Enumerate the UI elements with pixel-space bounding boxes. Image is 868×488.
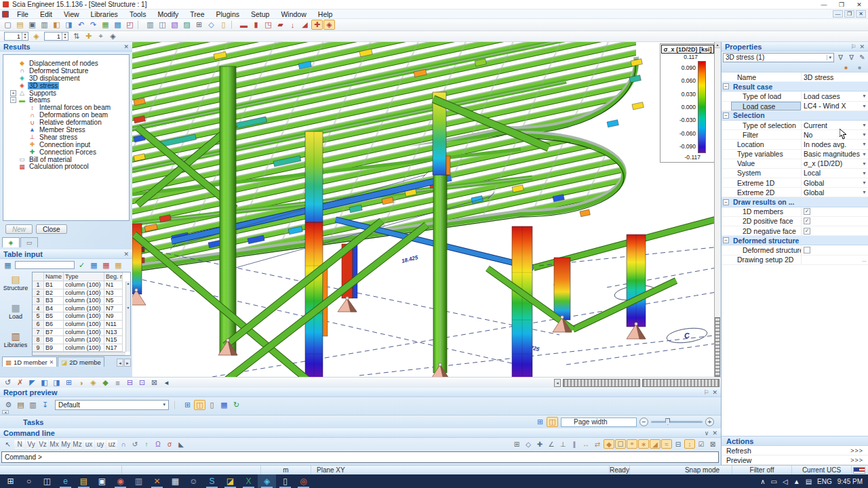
- report-preset-select[interactable]: Default▾: [55, 400, 169, 410]
- snap-parallel-icon[interactable]: ∥: [569, 439, 580, 449]
- tree-item-relative-deformation[interactable]: ∪ Relative deformation: [3, 119, 129, 126]
- result-Mx-icon[interactable]: Mx: [49, 439, 60, 449]
- page-width-icon[interactable]: ◫: [547, 417, 558, 427]
- display-filter-icon[interactable]: ◈: [323, 20, 335, 30]
- clock[interactable]: 9:45 PM: [837, 478, 863, 485]
- more-arrow[interactable]: >>>: [850, 447, 863, 454]
- notifications-icon[interactable]: ▤: [806, 478, 812, 485]
- collapse-panel-icon[interactable]: ∨: [705, 430, 709, 436]
- store-app[interactable]: ▣: [93, 474, 111, 488]
- volume-muted-icon[interactable]: ◁: [783, 478, 788, 485]
- mdi-minimize-button[interactable]: —: [833, 10, 843, 18]
- viewport-3d[interactable]: 18.425 9.470 5.725 1 C: [132, 42, 720, 377]
- view-3d-icon[interactable]: ◇: [205, 20, 217, 30]
- support-tool-icon[interactable]: ◣: [176, 439, 186, 449]
- table-row[interactable]: 6 B6 column (100) N11: [33, 321, 130, 329]
- result-Vz-icon[interactable]: Vz: [37, 439, 48, 449]
- snap-vertical-icon[interactable]: ↕: [684, 439, 695, 449]
- dropdown-arrow-icon[interactable]: ▾: [860, 93, 868, 99]
- column-member-icon[interactable]: ▮: [250, 20, 262, 30]
- edge-app[interactable]: e: [56, 474, 75, 488]
- table-row[interactable]: 5 B5 column (100) N9: [33, 312, 130, 321]
- prop-drawing-setup-2d-row[interactable]: Drawing setup 2D ...: [722, 256, 868, 265]
- calculator-app[interactable]: ▦: [166, 474, 184, 488]
- snap-perpendicular-icon[interactable]: ⊥: [557, 439, 568, 449]
- surface-display-icon[interactable]: ◈: [87, 378, 99, 388]
- language-indicator[interactable]: ENG: [817, 478, 832, 485]
- results-chart-icon[interactable]: ●: [854, 63, 865, 73]
- menu-item[interactable]: Window: [275, 10, 311, 18]
- close-command-icon[interactable]: ✕: [712, 430, 717, 436]
- viewport-horizontal-scrollbar[interactable]: ◂: [554, 379, 719, 387]
- new-table-icon[interactable]: ▦: [88, 260, 100, 270]
- prop-2d-positive-face-row[interactable]: 2D positive face: [722, 217, 868, 226]
- libraries-rail-tab[interactable]: ▥ Libraries: [0, 329, 31, 358]
- menu-item[interactable]: Edit: [35, 10, 58, 18]
- load-icon[interactable]: ↓: [287, 20, 298, 30]
- ucs-icon[interactable]: ⌖: [95, 31, 106, 41]
- separator[interactable]: [231, 20, 236, 29]
- task-view-button[interactable]: ◫: [38, 474, 56, 488]
- beam-member-icon[interactable]: ▬: [238, 20, 250, 30]
- open-project-icon[interactable]: ▤: [14, 20, 26, 30]
- viewport-vertical-scrollbar[interactable]: ▲: [714, 42, 720, 377]
- tab-1d-member[interactable]: ▦1D member✕: [2, 357, 57, 367]
- maximize-button[interactable]: ❐: [833, 1, 850, 8]
- table-manager-icon[interactable]: ▦: [2, 260, 14, 270]
- snap-toggle-icon[interactable]: ☑: [696, 439, 707, 449]
- pin-panel-icon[interactable]: ⚐: [703, 389, 709, 396]
- paste-icon[interactable]: ◨: [63, 20, 75, 30]
- refresh-action[interactable]: Refresh >>>: [722, 446, 868, 455]
- close-report-icon[interactable]: ✕: [712, 389, 717, 396]
- tree-item-shear-stress[interactable]: ⊥ Shear stress: [3, 134, 129, 141]
- section-toggle-icon[interactable]: −: [723, 237, 729, 243]
- excel-app[interactable]: X: [239, 474, 258, 488]
- prop-1d-members-row[interactable]: 1D members: [722, 207, 868, 217]
- snap-midpoint-icon[interactable]: ◆: [604, 439, 614, 449]
- snap-point-icon[interactable]: ◇: [523, 439, 534, 449]
- tree-item-bill-of-material[interactable]: ▭ Bill of material: [3, 156, 129, 163]
- print-settings-icon[interactable]: ▤: [15, 400, 26, 410]
- omega-icon[interactable]: Ω: [153, 439, 163, 449]
- deformation-icon[interactable]: ∩: [118, 439, 129, 449]
- scroll-left-icon[interactable]: ◂: [554, 379, 561, 387]
- menu-item[interactable]: Modify: [152, 10, 184, 18]
- prop-load-case-row[interactable]: Load case LC4 - Wind X ▾: [722, 102, 868, 111]
- menu-item[interactable]: Help: [313, 10, 338, 18]
- project-data-icon[interactable]: ▦: [100, 20, 111, 30]
- settings-app[interactable]: ☺: [184, 474, 203, 488]
- tab-scroll-left-icon[interactable]: ◂: [117, 359, 123, 367]
- report-scroll-left-icon[interactable]: ◂: [2, 410, 9, 414]
- printer-icon[interactable]: ▥: [27, 400, 39, 410]
- collapse-toolbar-icon[interactable]: ◂: [161, 378, 172, 388]
- tree-item-deformed-structure[interactable]: ∩ Deformed Structure: [3, 67, 129, 75]
- close-table-input-icon[interactable]: ✕: [123, 251, 129, 258]
- result-N-icon[interactable]: N: [14, 439, 25, 449]
- tree-item-connection-forces[interactable]: ✚ Connection Forces: [3, 148, 129, 156]
- table-search-input[interactable]: [15, 261, 75, 269]
- checkbox[interactable]: [804, 208, 810, 215]
- redo-icon[interactable]: ↷: [87, 20, 99, 30]
- activity-spinner-2[interactable]: 1▲▼: [44, 32, 68, 41]
- dropdown-arrow-icon[interactable]: ▾: [860, 170, 868, 176]
- tree-item-connection-input[interactable]: ✚ Connection input: [3, 141, 129, 148]
- structure-rail-tab[interactable]: ▤ Structure: [0, 272, 31, 301]
- prop-extreme-2d-row[interactable]: Extreme 2D Global ▾: [722, 188, 868, 197]
- skype-app[interactable]: S: [203, 474, 221, 488]
- scia-engineer-app[interactable]: ◈: [258, 474, 276, 488]
- printer-icon[interactable]: ▥: [144, 20, 156, 30]
- zoom-slider-thumb[interactable]: [665, 418, 670, 425]
- load-rail-tab[interactable]: ▦ Load: [0, 301, 31, 329]
- delete-table-icon[interactable]: ▦: [100, 260, 112, 270]
- page-width-select[interactable]: Page width: [561, 418, 637, 427]
- new-project-icon[interactable]: ▢: [2, 20, 14, 30]
- report-table-icon[interactable]: ▦: [218, 400, 230, 410]
- checkbox[interactable]: [804, 247, 810, 253]
- scale-results-icon[interactable]: ⇅: [71, 31, 82, 41]
- prop-type-of-load-row[interactable]: Type of load Load cases ▾: [722, 92, 868, 101]
- prop-selection-section[interactable]: − Selection: [722, 111, 868, 121]
- full-page-icon[interactable]: ▯: [206, 400, 218, 410]
- onenote-app[interactable]: ▯: [276, 474, 294, 488]
- status-toggle[interactable]: Current UCS: [792, 466, 852, 474]
- member-toggle-icon[interactable]: ✚: [311, 20, 323, 30]
